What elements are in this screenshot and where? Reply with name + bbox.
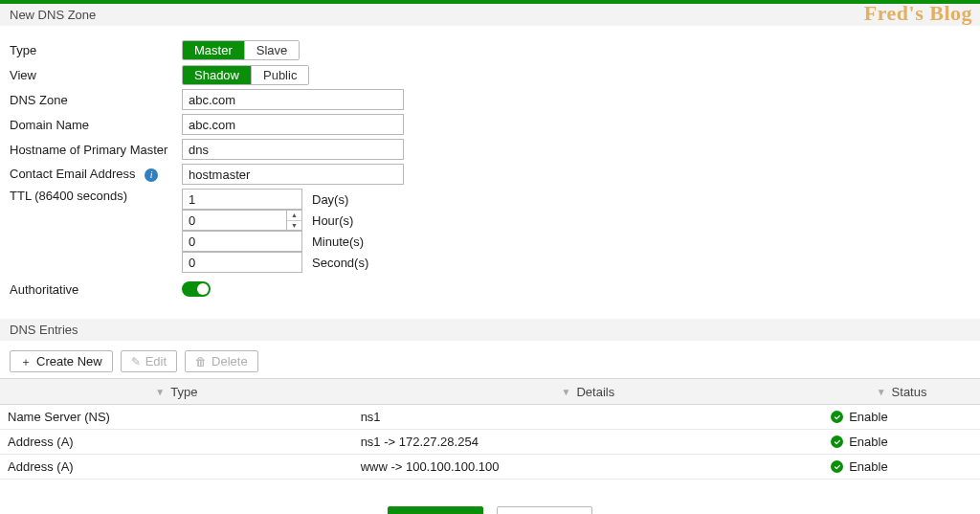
primary-master-label: Hostname of Primary Master — [10, 143, 182, 157]
chevron-down-icon[interactable]: ▼ — [287, 221, 301, 231]
ttl-hours-input[interactable] — [182, 210, 287, 231]
cell-type: Name Server (NS) — [0, 405, 353, 430]
entries-header: DNS Entries — [0, 319, 980, 341]
delete-button[interactable]: 🗑 Delete — [185, 350, 258, 372]
status-text: Enable — [849, 410, 887, 424]
col-type[interactable]: ▼Type — [0, 379, 353, 405]
primary-master-input[interactable] — [182, 139, 404, 160]
status-text: Enable — [849, 459, 887, 474]
trash-icon: 🗑 — [195, 356, 207, 368]
filter-icon: ▼ — [562, 387, 571, 397]
cancel-button[interactable]: Cancel — [497, 506, 592, 514]
cell-type: Address (A) — [0, 430, 353, 455]
ok-button[interactable]: OK — [388, 506, 483, 514]
ttl-hours-unit: Hour(s) — [312, 213, 353, 228]
authoritative-toggle[interactable] — [182, 281, 211, 297]
footer: OK Cancel — [0, 480, 980, 514]
table-row[interactable]: Address (A)www -> 100.100.100.100Enable — [0, 455, 980, 480]
view-toggle[interactable]: Shadow Public — [182, 65, 309, 85]
entries-title: DNS Entries — [10, 323, 78, 337]
ttl-days-input[interactable] — [182, 189, 302, 210]
type-toggle[interactable]: Master Slave — [182, 40, 300, 60]
ttl-minutes-input[interactable] — [182, 231, 302, 252]
cell-status: Enable — [823, 405, 980, 430]
edit-label: Edit — [145, 354, 167, 369]
cell-details: ns1 -> 172.27.28.254 — [353, 430, 824, 455]
ttl-label: TTL (86400 seconds) — [10, 189, 182, 203]
filter-icon: ▼ — [877, 387, 886, 397]
domain-name-label: Domain Name — [10, 118, 182, 132]
create-new-label: Create New — [36, 354, 102, 369]
table-row[interactable]: Name Server (NS)ns1Enable — [0, 405, 980, 430]
entries-toolbar: ＋ Create New ✎ Edit 🗑 Delete — [0, 341, 980, 378]
ttl-hours-spinner[interactable]: ▲ ▼ — [287, 210, 302, 231]
watermark: Fred's Blog — [864, 1, 972, 26]
check-circle-icon — [831, 460, 843, 473]
contact-email-label: Contact Email Address i — [10, 167, 182, 182]
form: Type Master Slave View Shadow Public DNS… — [0, 26, 980, 309]
col-status[interactable]: ▼Status — [823, 379, 980, 405]
col-details[interactable]: ▼Details — [353, 379, 824, 405]
pencil-icon: ✎ — [131, 356, 141, 368]
contact-email-label-text: Contact Email Address — [10, 167, 136, 181]
delete-label: Delete — [212, 354, 248, 369]
authoritative-label: Authoritative — [10, 282, 182, 297]
chevron-up-icon[interactable]: ▲ — [287, 211, 301, 221]
contact-email-input[interactable] — [182, 164, 404, 185]
type-option-master[interactable]: Master — [183, 41, 245, 59]
info-icon[interactable]: i — [145, 168, 158, 182]
view-option-shadow[interactable]: Shadow — [183, 66, 252, 84]
filter-icon: ▼ — [155, 387, 165, 397]
cell-status: Enable — [823, 455, 980, 480]
cell-status: Enable — [823, 430, 980, 455]
ttl-seconds-unit: Second(s) — [312, 256, 368, 270]
view-label: View — [10, 68, 182, 82]
view-option-public[interactable]: Public — [252, 66, 308, 84]
ttl-seconds-input[interactable] — [182, 252, 302, 273]
type-option-slave[interactable]: Slave — [245, 41, 300, 59]
type-label: Type — [10, 43, 182, 57]
check-circle-icon — [831, 411, 843, 423]
entries-table: ▼Type ▼Details ▼Status Name Server (NS)n… — [0, 378, 980, 480]
edit-button[interactable]: ✎ Edit — [121, 350, 177, 372]
ttl-days-unit: Day(s) — [312, 192, 348, 207]
col-details-label: Details — [576, 385, 614, 399]
create-new-button[interactable]: ＋ Create New — [10, 350, 113, 372]
col-status-label: Status — [892, 385, 927, 399]
cell-type: Address (A) — [0, 455, 353, 480]
status-text: Enable — [849, 435, 887, 449]
dns-zone-input[interactable] — [182, 89, 404, 110]
dns-zone-label: DNS Zone — [10, 93, 182, 107]
plus-icon: ＋ — [20, 356, 32, 368]
cell-details: ns1 — [353, 405, 824, 430]
panel-title: New DNS Zone — [10, 8, 96, 22]
domain-name-input[interactable] — [182, 114, 404, 135]
cell-details: www -> 100.100.100.100 — [353, 455, 824, 480]
col-type-label: Type — [170, 385, 197, 399]
table-row[interactable]: Address (A)ns1 -> 172.27.28.254Enable — [0, 430, 980, 455]
ttl-minutes-unit: Minute(s) — [312, 235, 364, 249]
check-circle-icon — [831, 436, 843, 448]
panel-header: New DNS Zone Fred's Blog — [0, 4, 980, 26]
